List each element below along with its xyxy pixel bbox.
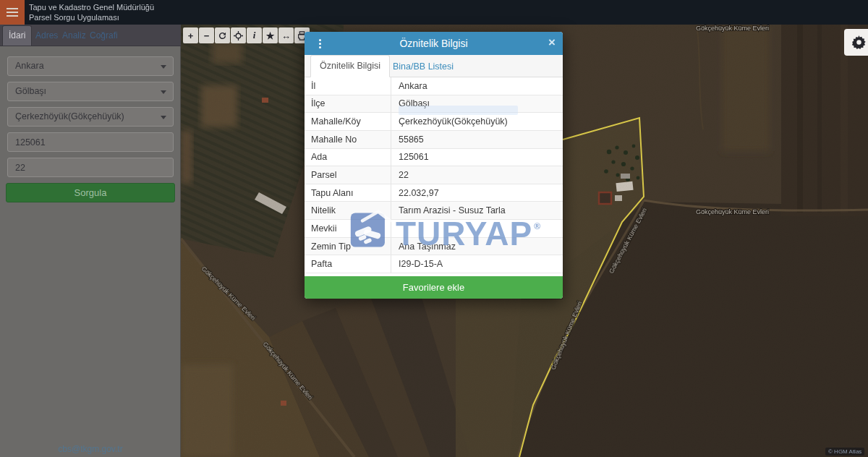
close-icon[interactable]: × [548,32,556,54]
mahalle-select[interactable]: Çerkezhöyük(Gökçehüyük) [7,107,174,127]
row-value: Ankara [391,77,563,95]
row-value: I29-D-15-A [391,255,563,273]
row-label: Pafta [305,255,391,273]
row-label: Tapu Alanı [305,184,391,202]
query-sidebar: İdari Adres Analiz Coğrafi Ankara Gölbaş… [0,25,181,457]
measure-icon[interactable]: ↔ [278,27,294,43]
table-row: PaftaI29-D-15-A [305,255,563,273]
table-row: İlAnkara [305,77,563,95]
ilce-select-value: Gölbaşı [15,86,46,96]
tab-cografi[interactable]: Coğrafi [84,26,124,46]
refresh-icon[interactable] [215,27,230,43]
table-row: Ada125061 [305,149,563,167]
zoom-out-button[interactable]: − [199,27,214,43]
row-label: Mahalle/Köy [305,113,391,130]
tab-idari[interactable]: İdari [2,25,32,46]
row-value: Çerkezhöyük(Gökçehüyük) [391,113,563,130]
parsel-input[interactable] [7,158,174,177]
table-row: Tapu Alanı22.032,97 [305,184,563,202]
sidebar-tabbar: İdari Adres Analiz Coğrafi [0,25,181,46]
modal-tabbar: Öznitelik Bilgisi Bina/BB Listesi [305,55,563,77]
info-button[interactable]: i [247,27,262,43]
row-value [391,220,563,237]
chevron-down-icon [161,90,166,94]
row-value: 22.032,97 [391,184,563,202]
row-label: Zemin Tip [305,238,391,255]
table-row: NitelikTarım Arazisi - Susuz Tarla [305,202,563,220]
table-row: Parsel22 [305,166,563,184]
row-label: Mevkii [305,220,391,237]
add-to-favorites-button[interactable]: Favorilere ekle [305,276,563,299]
il-select[interactable]: Ankara [7,56,174,76]
gear-icon [852,35,866,49]
ada-input[interactable] [7,132,174,152]
app-title: Tapu ve Kadastro Genel Müdürlüğü Parsel … [29,2,154,22]
locate-icon[interactable] [231,27,246,43]
table-row: Mahalle/KöyÇerkezhöyük(Gökçehüyük) [305,113,563,131]
modal-footer: Favorilere ekle [305,273,563,299]
table-row: Mevkii [305,220,563,238]
table-row: Mahalle No55865 [305,131,563,149]
chevron-down-icon [161,65,166,69]
attribute-info-modal: Öznitelik Bilgisi × Öznitelik Bilgisi Bi… [305,32,563,299]
mahalle-select-value: Çerkezhöyük(Gökçehüyük) [15,111,124,121]
row-label: Nitelik [305,202,391,219]
kebab-menu-icon[interactable] [314,38,326,49]
row-value: Ana Taşınmaz [391,238,563,255]
zoom-in-button[interactable]: + [183,27,198,43]
il-select-value: Ankara [15,61,44,71]
row-value: 125061 [391,149,563,166]
app-title-line2: Parsel Sorgu Uygulaması [29,12,154,22]
row-label: Ada [305,149,391,166]
map-toolbar: + − i ★ ↔ [183,27,310,43]
row-label: Mahalle No [305,131,391,148]
table-row: Zemin TipAna Taşınmaz [305,238,563,256]
row-label: İl [305,77,391,95]
app-title-line1: Tapu ve Kadastro Genel Müdürlüğü [29,2,154,12]
chevron-down-icon [161,116,166,119]
map-attribution: © HGM Atlas [825,448,864,456]
tab-oznitelik-bilgisi[interactable]: Öznitelik Bilgisi [310,55,390,77]
sorgula-button[interactable]: Sorgula [6,183,175,202]
ilce-select[interactable]: Gölbaşı [7,82,174,101]
row-label: İlçe [305,95,391,113]
contact-email-link[interactable]: cbs@tkgm.gov.tr [0,444,181,454]
modal-title: Öznitelik Bilgisi [305,32,563,55]
favorites-star-icon[interactable]: ★ [263,27,278,43]
row-label: Parsel [305,166,391,184]
hamburger-menu-button[interactable] [0,0,25,25]
row-value: 55865 [391,131,563,148]
modal-header: Öznitelik Bilgisi × [305,32,563,55]
tab-bina-bb-listesi[interactable]: Bina/BB Listesi [384,56,462,77]
settings-button[interactable] [844,29,868,56]
row-value: Tarım Arazisi - Susuz Tarla [391,202,563,219]
app-header: Tapu ve Kadastro Genel Müdürlüğü Parsel … [0,0,868,25]
row-value: 22 [391,166,563,184]
app-root: Gökçehüyük Küme Evleri Gökçehüyük Küme E… [0,0,868,457]
watermark-artifact [399,106,518,115]
